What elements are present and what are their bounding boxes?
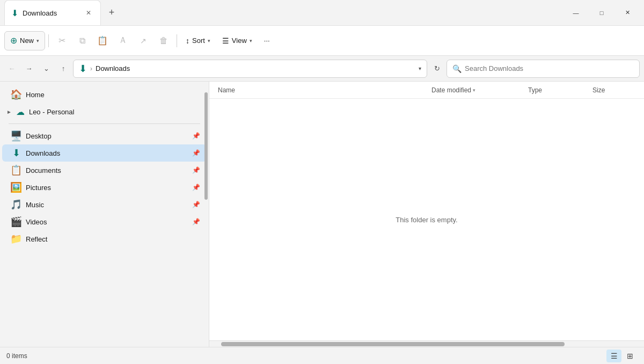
col-header-type[interactable]: Type [528,86,592,94]
address-row: ← → ⌄ ↑ ⬇ › Downloads ▾ ↻ 🔍 [0,56,644,82]
cut-button[interactable]: ✂ [52,31,71,50]
paste-button[interactable]: 📋 [93,31,112,50]
sidebar-item-music[interactable]: 🎵 Music 📌 [2,196,207,213]
new-icon: ⊕ [10,35,17,46]
maximize-button[interactable]: □ [589,4,614,21]
recent-button[interactable]: ⌄ [39,61,54,76]
downloads-sidebar-icon: ⬇ [11,148,21,158]
view-button[interactable]: ☰ View ▾ [217,31,258,50]
sidebar-music-label: Music [26,201,188,209]
sort-button[interactable]: ↕ Sort ▾ [180,31,216,50]
delete-button[interactable]: 🗑 [154,31,173,50]
sidebar-reflect-label: Reflect [26,235,188,243]
horizontal-scrollbar[interactable] [209,340,644,347]
sidebar-item-cloud[interactable]: ► ☁ Leo - Personal [2,103,207,120]
cloud-icon: ☁ [15,106,26,117]
minimize-button[interactable]: — [564,4,588,21]
tab-close-button[interactable]: ✕ [83,8,94,18]
col-name-label: Name [218,86,235,94]
toolbar-separator-1 [48,34,49,47]
documents-icon: 📋 [11,165,21,176]
refresh-button[interactable]: ↻ [429,61,444,76]
pictures-pin-icon: 📌 [192,184,200,191]
h-scroll-thumb[interactable] [221,342,565,346]
col-date-label: Date modified [431,86,471,94]
sidebar-item-home[interactable]: 🏠 Home [2,86,207,103]
tab-download-icon: ⬇ [11,8,18,18]
up-button[interactable]: ↑ [56,61,71,76]
address-separator: › [90,65,92,72]
sidebar-videos-label: Videos [26,218,188,226]
col-size-label: Size [592,86,605,94]
sidebar-item-documents[interactable]: 📋 Documents 📌 [2,162,207,179]
window-controls: — □ ✕ [564,4,640,21]
desktop-pin-icon: 📌 [192,132,200,140]
more-button[interactable]: ··· [259,31,275,50]
col-header-size[interactable]: Size [592,86,635,94]
sidebar-item-videos[interactable]: 🎬 Videos 📌 [2,213,207,230]
sidebar-item-downloads[interactable]: ⬇ Downloads 📌 [2,144,207,162]
forward-button[interactable]: → [21,61,36,76]
active-tab[interactable]: ⬇ Downloads ✕ [4,0,101,25]
reflect-icon: 📁 [11,234,21,244]
delete-icon: 🗑 [159,36,168,46]
sidebar-divider [9,123,200,124]
toolbar: ⊕ New ▾ ✂ ⧉ 📋 Ａ ↗ 🗑 ↕ Sort ▾ ☰ View ▾ ··… [0,26,644,56]
column-headers: Name Date modified ▾ Type Size [209,82,644,99]
new-tab-button[interactable]: + [103,4,120,21]
status-bar: 0 items ☰ ⊞ [0,347,644,364]
view-dropdown-arrow: ▾ [250,38,252,43]
sort-icon: ↕ [186,37,189,45]
tiles-view-button[interactable]: ⊞ [623,350,638,362]
videos-pin-icon: 📌 [192,218,200,225]
close-button[interactable]: ✕ [615,4,640,21]
search-input[interactable] [465,64,634,72]
sidebar-cloud-label: Leo - Personal [29,108,200,116]
address-dropdown-arrow: ▾ [419,65,421,71]
list-view-button[interactable]: ☰ [606,350,621,362]
title-bar: ⬇ Downloads ✕ + — □ ✕ [0,0,644,26]
view-icon: ☰ [222,37,229,45]
share-button[interactable]: ↗ [134,31,153,50]
empty-folder-message: This folder is empty. [396,216,457,224]
new-button[interactable]: ⊕ New ▾ [4,31,45,50]
copy-button[interactable]: ⧉ [72,31,92,50]
main-area: 🏠 Home ► ☁ Leo - Personal 🖥️ Desktop 📌 ⬇… [0,82,644,347]
sidebar-scrollbar[interactable] [204,92,208,200]
sort-label: Sort [192,37,205,45]
more-icon: ··· [264,37,270,45]
sidebar-item-reflect[interactable]: 📁 Reflect 📌 [2,230,207,247]
tab-title: Downloads [23,9,79,17]
sidebar-item-pictures[interactable]: 🖼️ Pictures 📌 [2,179,207,196]
col-date-sort-arrow: ▾ [473,88,475,93]
refresh-icon: ↻ [434,64,440,72]
col-header-date[interactable]: Date modified ▾ [431,86,528,94]
sidebar-downloads-label: Downloads [26,149,188,157]
col-header-name[interactable]: Name [218,86,431,94]
address-bar[interactable]: ⬇ › Downloads ▾ [73,60,427,78]
sidebar-pictures-label: Pictures [26,184,188,192]
search-box[interactable]: 🔍 [447,60,640,78]
home-icon: 🏠 [11,89,21,100]
view-label: View [232,37,247,45]
rename-button[interactable]: Ａ [113,31,133,50]
items-count: 0 items [6,352,27,360]
list-view-icon: ☰ [611,352,618,360]
paste-icon: 📋 [97,35,108,46]
new-label: New [20,37,34,45]
share-icon: ↗ [140,37,147,45]
downloads-pin-icon: 📌 [192,149,200,157]
cut-icon: ✂ [58,35,65,46]
search-icon: 🔍 [452,64,462,73]
back-button[interactable]: ← [4,61,19,76]
videos-icon: 🎬 [11,216,21,227]
cloud-chevron-icon: ► [6,109,12,115]
address-folder-icon: ⬇ [79,63,87,75]
music-icon: 🎵 [11,199,21,210]
documents-pin-icon: 📌 [192,166,200,174]
music-pin-icon: 📌 [192,201,200,208]
view-toggles: ☰ ⊞ [606,350,638,362]
file-content-area: This folder is empty. [209,99,644,340]
sidebar-item-desktop[interactable]: 🖥️ Desktop 📌 [2,127,207,144]
tiles-view-icon: ⊞ [627,352,633,360]
